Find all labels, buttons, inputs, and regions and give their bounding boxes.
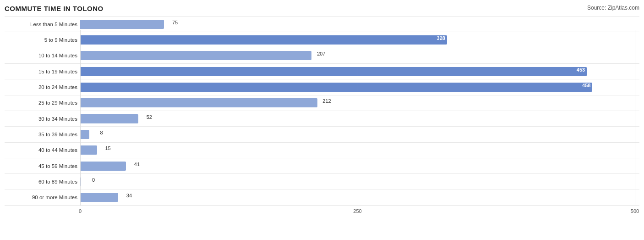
x-axis-label: 500 bbox=[631, 208, 639, 214]
bar-fill: 41 bbox=[80, 162, 126, 171]
bar-track: 15 bbox=[80, 143, 639, 158]
bar-fill: 52 bbox=[80, 114, 138, 123]
bar-value-label: 34 bbox=[126, 193, 132, 198]
chart-container: COMMUTE TIME IN TOLONO Source: ZipAtlas.… bbox=[0, 0, 644, 240]
bar-track: 0 bbox=[80, 174, 639, 189]
bar-row: 90 or more Minutes34 bbox=[5, 190, 639, 206]
bar-value-label: 15 bbox=[105, 145, 110, 151]
bar-value-label: 207 bbox=[317, 51, 325, 56]
bar-label: 15 to 19 Minutes bbox=[5, 69, 80, 74]
bar-label: 60 to 89 Minutes bbox=[5, 179, 80, 184]
bar-label: 90 or more Minutes bbox=[5, 195, 80, 200]
bar-track: 207 bbox=[80, 48, 639, 63]
bar-fill: 453 bbox=[80, 67, 587, 76]
bar-value-label: 0 bbox=[92, 177, 95, 183]
chart-body: Less than 5 Minutes755 to 9 Minutes32810… bbox=[5, 16, 639, 219]
bar-value-label: 52 bbox=[147, 114, 152, 120]
bar-track: 453 bbox=[80, 64, 639, 79]
bar-label: 20 to 24 Minutes bbox=[5, 84, 80, 90]
x-axis: 0250500 bbox=[80, 207, 635, 219]
bar-fill: 212 bbox=[80, 98, 317, 107]
bar-row: 60 to 89 Minutes0 bbox=[5, 174, 639, 190]
bar-row: 35 to 39 Minutes8 bbox=[5, 127, 639, 142]
bar-track: 8 bbox=[80, 127, 639, 142]
chart-header: COMMUTE TIME IN TOLONO Source: ZipAtlas.… bbox=[5, 5, 639, 12]
bar-value-label: 328 bbox=[437, 35, 445, 41]
bar-value-label: 458 bbox=[582, 83, 590, 88]
bar-fill: 8 bbox=[80, 130, 89, 139]
bar-row: 40 to 44 Minutes15 bbox=[5, 143, 639, 158]
bar-track: 328 bbox=[80, 32, 639, 47]
bar-fill: 328 bbox=[80, 35, 447, 45]
bar-track: 212 bbox=[80, 95, 639, 111]
bar-row: 45 to 59 Minutes41 bbox=[5, 158, 639, 174]
bar-row: 15 to 19 Minutes453 bbox=[5, 64, 639, 79]
bar-track: 41 bbox=[80, 158, 639, 173]
bar-track: 75 bbox=[80, 17, 639, 32]
bars-area: Less than 5 Minutes755 to 9 Minutes32810… bbox=[5, 16, 639, 206]
chart-source: Source: ZipAtlas.com bbox=[587, 5, 639, 11]
bar-row: 25 to 29 Minutes212 bbox=[5, 95, 639, 111]
bar-label: 40 to 44 Minutes bbox=[5, 147, 80, 153]
bar-track: 458 bbox=[80, 79, 639, 95]
bar-label: 25 to 29 Minutes bbox=[5, 100, 80, 106]
bar-label: 35 to 39 Minutes bbox=[5, 132, 80, 137]
bar-fill: 0 bbox=[80, 177, 81, 186]
bar-value-label: 212 bbox=[322, 98, 331, 104]
bar-row: 20 to 24 Minutes458 bbox=[5, 79, 639, 95]
x-axis-label: 0 bbox=[79, 208, 82, 214]
bar-row: 10 to 14 Minutes207 bbox=[5, 48, 639, 64]
bar-fill: 458 bbox=[80, 83, 592, 92]
bar-label: 5 to 9 Minutes bbox=[5, 37, 80, 43]
chart-title: COMMUTE TIME IN TOLONO bbox=[5, 5, 104, 12]
bar-value-label: 75 bbox=[172, 20, 178, 25]
bar-label: 30 to 34 Minutes bbox=[5, 116, 80, 122]
bar-row: 5 to 9 Minutes328 bbox=[5, 32, 639, 48]
bar-fill: 34 bbox=[80, 193, 118, 202]
bar-value-label: 453 bbox=[577, 67, 585, 73]
bar-track: 34 bbox=[80, 190, 639, 205]
bar-row: 30 to 34 Minutes52 bbox=[5, 111, 639, 127]
bar-value-label: 41 bbox=[134, 162, 140, 167]
bar-fill: 15 bbox=[80, 145, 97, 155]
bar-fill: 75 bbox=[80, 20, 164, 29]
bar-row: Less than 5 Minutes75 bbox=[5, 16, 639, 32]
bar-label: Less than 5 Minutes bbox=[5, 22, 80, 27]
bar-label: 10 to 14 Minutes bbox=[5, 53, 80, 58]
bar-value-label: 8 bbox=[100, 130, 103, 135]
bar-label: 45 to 59 Minutes bbox=[5, 163, 80, 169]
x-axis-label: 250 bbox=[353, 208, 361, 214]
bar-fill: 207 bbox=[80, 51, 311, 60]
bar-track: 52 bbox=[80, 111, 639, 126]
